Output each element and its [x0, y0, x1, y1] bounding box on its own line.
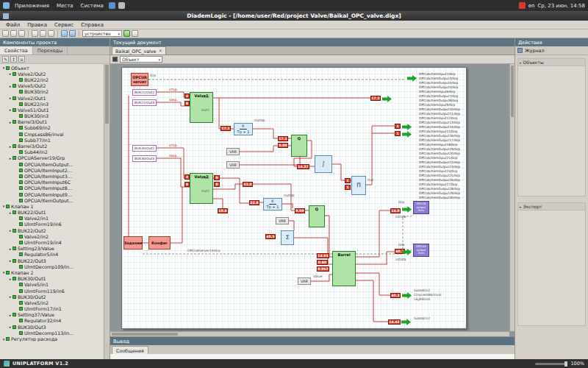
tree-item[interactable]: Regulator32/in4: [0, 318, 104, 324]
tree-item[interactable]: OPCUA/ItemInput6C: [0, 180, 104, 185]
tree-item[interactable]: ▸OPCUAServer19/Grp: [0, 155, 104, 161]
new-file-icon[interactable]: [2, 30, 9, 37]
tree-item[interactable]: ▸Valve51/Out1: [0, 107, 104, 113]
list-icon[interactable]: ≡: [18, 56, 25, 63]
menu-service[interactable]: Сервис: [51, 22, 76, 28]
diagram-canvas[interactable]: OPCUAserverBUK22/Out2BUK22/Out3Valve1KTp…: [110, 64, 514, 336]
launcher-icon-1[interactable]: [109, 2, 115, 9]
keyboard-layout-indicator[interactable]: en: [528, 3, 535, 9]
clock[interactable]: Ср, 23 июн, 14:58: [537, 3, 585, 9]
opcua-output-item-block[interactable]: OPCUAoutputitem: [413, 201, 429, 214]
opcua-server-block[interactable]: OPCUAserver: [131, 73, 148, 86]
canvas-horizontal-scrollbar[interactable]: [110, 331, 509, 336]
tree-item[interactable]: BUK22/in2: [0, 77, 104, 82]
distro-menu-icon[interactable]: [3, 2, 10, 9]
var-block[interactable]: VAR: [276, 217, 289, 224]
tree-item[interactable]: OPCUA/ItemOutput...: [0, 197, 104, 203]
components-tab-transitions[interactable]: Переходы: [33, 46, 68, 54]
notification-icon[interactable]: [519, 2, 526, 9]
setpoint-block[interactable]: Задание: [123, 236, 143, 250]
tree-item[interactable]: UlmtForm19/in6: [0, 222, 104, 227]
sum-block[interactable]: Σ: [281, 230, 294, 245]
tree-item[interactable]: ▾Регулятор расхода: [0, 336, 104, 342]
download-icon[interactable]: [132, 30, 138, 37]
sort-icon[interactable]: ↕: [10, 56, 17, 63]
save-icon[interactable]: [18, 30, 25, 37]
components-tab-properties[interactable]: Свойства: [0, 46, 33, 54]
opcua-output-item-block[interactable]: OPCUAoutputitem: [413, 244, 429, 257]
copy-icon[interactable]: [40, 30, 46, 37]
tree-item[interactable]: ▸BUK22/Out3: [0, 258, 104, 263]
tree-item[interactable]: BUK22/in3: [0, 101, 104, 107]
system-menu[interactable]: Система: [79, 3, 106, 9]
tree-item[interactable]: ▾Клапан 1: [0, 203, 104, 209]
tree-item[interactable]: OPCUA/ItemInput9...: [0, 191, 104, 197]
journal-button[interactable]: Журнал: [515, 46, 588, 55]
tree-item[interactable]: Valve5/in1: [0, 282, 104, 288]
integrator-block[interactable]: ∫: [315, 155, 332, 173]
document-tab[interactable]: Baikal_OPC_valve ×: [112, 46, 166, 54]
close-icon[interactable]: ×: [158, 48, 162, 54]
open-file-icon[interactable]: [10, 30, 17, 37]
tree-item[interactable]: ▸BUK30/Out3: [0, 324, 104, 330]
q-block[interactable]: Q: [309, 205, 325, 227]
tree-item[interactable]: Valve5/in2: [0, 300, 104, 305]
tree-item[interactable]: Valve2/in1: [0, 216, 104, 222]
tree-item[interactable]: UlmtDecomp109/in...: [0, 263, 104, 269]
tree-item[interactable]: UlmtForm119/in6: [0, 288, 104, 294]
tree-item[interactable]: ▸Valve2/Out2: [0, 71, 104, 77]
paste-icon[interactable]: [48, 30, 54, 37]
tree-item[interactable]: UlmtForm17/in1: [0, 306, 104, 312]
tree-item[interactable]: ▸BUK30/Out1: [0, 276, 104, 282]
q-block[interactable]: Q: [291, 135, 307, 157]
signal-tag[interactable]: BUK30/Out2: [132, 145, 157, 152]
tree-item[interactable]: Subb77/in1: [0, 137, 104, 143]
var-block[interactable]: VAR: [298, 277, 311, 285]
tree-scrollbar[interactable]: [104, 64, 110, 359]
tree-item[interactable]: ▸Barrel3/Out2: [0, 143, 104, 149]
tree-item[interactable]: ▾Объект: [0, 65, 104, 71]
output-tab-messages[interactable]: Сообщения: [112, 346, 148, 354]
mode-toggle[interactable]: [112, 57, 118, 62]
launcher-icon-2[interactable]: [118, 2, 125, 9]
places-menu[interactable]: Места: [54, 3, 76, 9]
var-block[interactable]: VAR: [226, 148, 240, 155]
tree-item[interactable]: ▸BUK22/Out2: [0, 227, 104, 233]
tree-item[interactable]: Regulator5/in4: [0, 252, 104, 258]
tree-scrollbar-thumb[interactable]: [105, 65, 109, 124]
tree-item[interactable]: ▾Клапан 2: [0, 269, 104, 275]
zoom-slider-thumb[interactable]: [564, 361, 567, 367]
actions-section-header[interactable]: ▸ Экспорт: [518, 203, 585, 210]
config-block[interactable]: Конфиг: [148, 236, 171, 250]
pi-block[interactable]: П: [351, 176, 366, 195]
transfer-fn-block[interactable]: KTp + 1: [263, 198, 282, 210]
tree-item[interactable]: ▸Valve2/Out1: [0, 95, 104, 101]
tree-item[interactable]: ▸Valve5/Out2: [0, 83, 104, 89]
tree-item[interactable]: ▸BUK22/Out1: [0, 210, 104, 216]
object-selector[interactable]: Объект ▾: [120, 56, 162, 63]
device-selector[interactable]: устройство ▾: [82, 30, 122, 37]
menu-edit[interactable]: Правка: [24, 22, 50, 28]
tree-item[interactable]: BUK30/in2: [0, 89, 104, 95]
tree-item[interactable]: BUK30/in3: [0, 113, 104, 119]
menu-file[interactable]: Файл: [3, 22, 23, 28]
applications-menu[interactable]: Приложения: [12, 3, 51, 9]
signal-tag[interactable]: BUK22/Out2: [132, 89, 157, 96]
tree-item[interactable]: Valve2/in2: [0, 233, 104, 239]
signal-tag[interactable]: BUK22/Out3: [132, 99, 157, 106]
tree-item[interactable]: Subb69/in2: [0, 125, 104, 131]
canvas-vertical-scrollbar[interactable]: [509, 64, 514, 331]
tree-item[interactable]: UlmtDecomp113/in...: [0, 330, 104, 336]
var-block[interactable]: VAR: [226, 161, 240, 169]
tree-item[interactable]: OPCUA/ItemInput2...: [0, 167, 104, 173]
transfer-fn-block[interactable]: KTp + 1: [234, 123, 253, 135]
tree-item[interactable]: ▸Barrel3/Out1: [0, 119, 104, 125]
actions-section-header[interactable]: ▸ Объекты: [518, 59, 585, 66]
undo-icon[interactable]: [61, 30, 68, 37]
tree-item[interactable]: OPCUA/ItemOutput...: [0, 161, 104, 167]
redo-icon[interactable]: [69, 30, 76, 37]
run-icon[interactable]: [123, 30, 130, 37]
signal-tag[interactable]: BUK30/Out3: [132, 155, 157, 162]
cut-icon[interactable]: [32, 30, 38, 37]
zoom-slider[interactable]: [535, 363, 567, 365]
